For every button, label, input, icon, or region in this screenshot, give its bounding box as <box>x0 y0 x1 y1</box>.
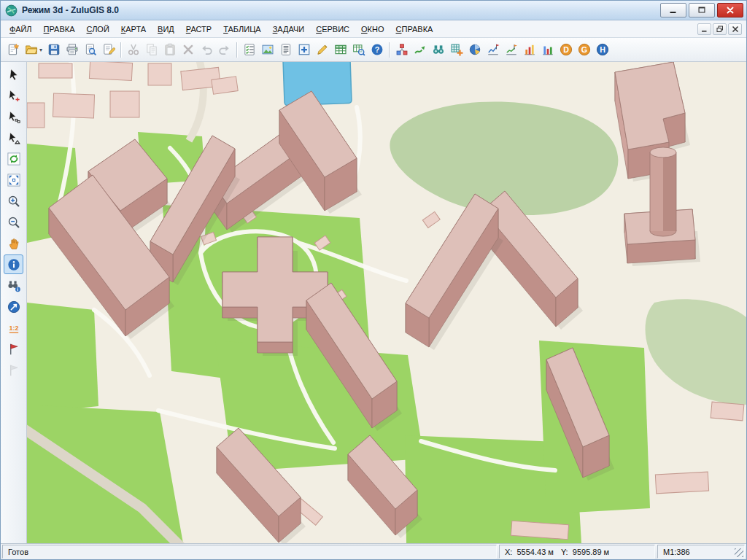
select-tool[interactable] <box>4 64 23 84</box>
mdi-minimize-button[interactable] <box>697 23 711 35</box>
map-canvas[interactable] <box>27 62 746 543</box>
menu-help[interactable]: СПРАВКА <box>390 22 439 36</box>
pie-chart-button[interactable] <box>465 41 484 59</box>
zulu-h-button[interactable]: H <box>593 41 611 59</box>
menu-view[interactable]: ВИД <box>152 22 180 36</box>
menu-table[interactable]: ТАБЛИЦА <box>217 22 267 36</box>
raster-button[interactable] <box>258 41 276 59</box>
menu-layer[interactable]: СЛОЙ <box>81 22 115 36</box>
svg-text:1:2: 1:2 <box>9 324 18 331</box>
main-toolbar: ▾?DGH <box>1 38 746 62</box>
zoom-in-tool[interactable] <box>4 191 23 211</box>
toolbar-separator <box>389 42 390 58</box>
resize-grip[interactable] <box>735 548 743 557</box>
open-button-dropdown-caret[interactable]: ▾ <box>39 47 42 53</box>
edit-nodes-tool[interactable] <box>4 106 23 126</box>
menu-file[interactable]: ФАЙЛ <box>4 22 38 36</box>
close-button[interactable] <box>717 3 743 18</box>
menu-service[interactable]: СЕРВИС <box>310 22 355 36</box>
pan-tool[interactable] <box>4 233 23 253</box>
print-button[interactable] <box>63 41 81 59</box>
window-title: Режим 3d - ZuluGIS 8.0 <box>22 5 119 15</box>
title-bar: Режим 3d - ZuluGIS 8.0 <box>1 1 746 20</box>
navigate-tool[interactable] <box>4 297 23 316</box>
network-editor-button[interactable] <box>392 41 411 59</box>
minimize-button[interactable] <box>660 3 686 18</box>
coordinate-x: X: 5554.43 м <box>505 548 554 556</box>
bars-chart-alt-button[interactable] <box>538 41 557 59</box>
status-bar: Готов X: 5554.43 м Y: 9595.89 м М1:386 <box>1 543 746 559</box>
menu-map[interactable]: КАРТА <box>115 22 152 36</box>
scale-value: М1:386 <box>663 548 690 556</box>
network-grid-button[interactable] <box>447 41 465 59</box>
print-preview-button[interactable] <box>81 41 99 59</box>
coordinate-y: Y: 9595.89 м <box>561 548 609 556</box>
flag-tool[interactable] <box>4 339 23 359</box>
menu-bar: ФАЙЛПРАВКАСЛОЙКАРТАВИДРАСТРТАБЛИЦАЗАДАЧИ… <box>1 20 746 38</box>
window-controls <box>660 3 743 18</box>
find-object-button[interactable] <box>429 41 447 59</box>
pond <box>283 62 352 106</box>
menu-window[interactable]: ОКНО <box>355 22 390 36</box>
delete-button <box>179 41 197 59</box>
open-button[interactable] <box>22 41 40 59</box>
new-map-window-button[interactable] <box>295 41 313 59</box>
menu-tasks[interactable]: ЗАДАЧИ <box>267 22 311 36</box>
menu-raster[interactable]: РАСТР <box>180 22 217 36</box>
svg-text:G: G <box>581 45 587 54</box>
cut-button <box>124 41 142 59</box>
status-ready: Готов <box>2 545 497 559</box>
select-add-tool[interactable] <box>4 85 23 105</box>
layers-dialog-button[interactable] <box>240 41 258 59</box>
zulu-g-button[interactable]: G <box>575 41 593 59</box>
zulu-d-button[interactable]: D <box>557 41 575 59</box>
undo-button <box>197 41 215 59</box>
menu-edit[interactable]: ПРАВКА <box>38 22 81 36</box>
status-ready-text: Готов <box>8 548 28 556</box>
info-tool[interactable] <box>4 254 23 274</box>
map-viewport[interactable] <box>27 62 746 543</box>
map-tools-toolbar: 1:2 <box>1 62 27 543</box>
svg-text:H: H <box>600 45 605 54</box>
chart-flag-alt-button[interactable] <box>502 41 520 59</box>
chimney <box>650 147 676 236</box>
refresh-map-button[interactable] <box>4 149 23 168</box>
mdi-restore-button[interactable] <box>713 23 727 35</box>
menu-bar-items: ФАЙЛПРАВКАСЛОЙКАРТАВИДРАСТРТАБЛИЦАЗАДАЧИ… <box>4 22 438 36</box>
mdi-close-button[interactable] <box>728 23 742 35</box>
app-logo-icon <box>5 4 18 17</box>
zoom-extent-button[interactable] <box>4 170 23 190</box>
scale-tool[interactable]: 1:2 <box>4 318 23 338</box>
help-button[interactable]: ? <box>368 41 386 59</box>
status-scale: М1:386 <box>657 545 745 559</box>
paste-button <box>160 41 179 59</box>
svg-text:D: D <box>563 45 569 54</box>
find-info-tool[interactable] <box>4 276 23 295</box>
query-button[interactable] <box>349 41 368 59</box>
redo-button <box>215 41 233 59</box>
maximize-button[interactable] <box>689 3 715 18</box>
copy-button <box>142 41 160 59</box>
status-coordinates: X: 5554.43 м Y: 9595.89 м <box>499 545 655 559</box>
table-view-button[interactable] <box>331 41 349 59</box>
bars-chart-button[interactable] <box>520 41 538 59</box>
mdi-window-controls <box>697 23 743 35</box>
main-region: 1:2 <box>1 62 746 543</box>
save-button[interactable] <box>44 41 63 59</box>
page-setup-button[interactable] <box>99 41 117 59</box>
select-area-tool[interactable] <box>4 128 23 147</box>
chart-flag-button[interactable] <box>484 41 502 59</box>
svg-text:?: ? <box>374 45 379 54</box>
zoom-out-tool[interactable] <box>4 212 23 232</box>
flag-edit-tool <box>4 360 23 380</box>
toolbar-separator <box>120 42 121 58</box>
app-window: Режим 3d - ZuluGIS 8.0 ФАЙЛПРАВКАСЛОЙКАР… <box>0 0 747 560</box>
edit-mode-button[interactable] <box>313 41 331 59</box>
new-document-button[interactable] <box>4 41 22 59</box>
trace-path-button[interactable] <box>411 41 429 59</box>
semantic-db-button[interactable] <box>276 41 295 59</box>
toolbar-separator <box>236 42 237 58</box>
